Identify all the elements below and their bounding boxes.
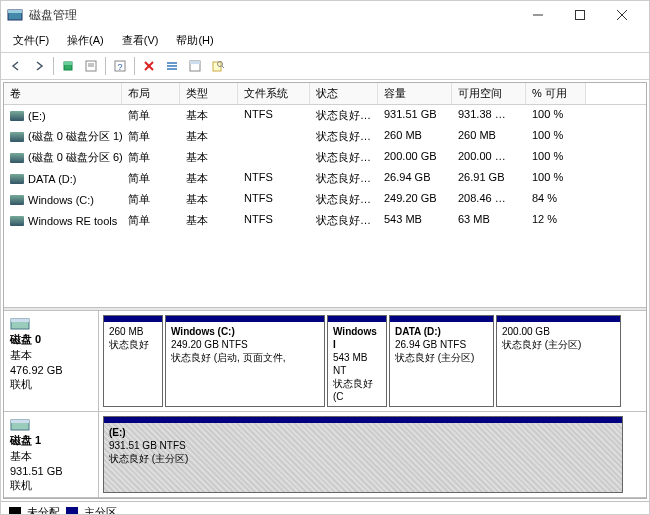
col-type[interactable]: 类型 [180,83,238,104]
volume-pct: 100 % [526,148,586,167]
col-status[interactable]: 状态 [310,83,378,104]
volume-free: 931.38 … [452,106,526,125]
volume-list[interactable]: 卷 布局 类型 文件系统 状态 容量 可用空间 % 可用 (E:)简单基本NTF… [4,83,646,307]
menu-help[interactable]: 帮助(H) [168,31,221,50]
volume-capacity: 200.00 GB [378,148,452,167]
partition-size: 200.00 GB [502,326,550,337]
menu-view[interactable]: 查看(V) [114,31,167,50]
disk-label[interactable]: 磁盘 0基本476.92 GB联机 [4,311,99,411]
volume-icon [10,195,24,205]
volume-fs [238,148,310,167]
col-capacity[interactable]: 容量 [378,83,452,104]
partition-status: 状态良好 (主分区) [502,339,581,350]
volume-layout: 简单 [122,169,180,188]
volume-status: 状态良好 (… [310,148,378,167]
volume-row[interactable]: Windows (C:)简单基本NTFS状态良好 (…249.20 GB208.… [4,189,646,210]
svg-rect-16 [167,65,177,67]
app-icon [7,7,23,23]
menu-action[interactable]: 操作(A) [59,31,112,50]
partition-info: (E:)931.51 GB NTFS状态良好 (主分区) [104,423,622,492]
disk-icon [10,416,30,432]
volume-type: 基本 [180,106,238,125]
volume-row[interactable]: (磁盘 0 磁盘分区 1)简单基本状态良好 (…260 MB260 MB100 … [4,126,646,147]
svg-line-22 [222,66,224,68]
list-view-button[interactable] [161,55,183,77]
volume-icon [10,111,24,121]
back-button[interactable] [5,55,27,77]
volume-pct: 84 % [526,190,586,209]
partition[interactable]: Windows I543 MB NT状态良好 (C [327,315,387,407]
menu-file[interactable]: 文件(F) [5,31,57,50]
legend-primary-label: 主分区 [84,505,117,515]
volume-icon [10,174,24,184]
disk-block[interactable]: 磁盘 0基本476.92 GB联机260 MB状态良好Windows (C:)2… [4,311,646,412]
forward-button[interactable] [28,55,50,77]
col-free[interactable]: 可用空间 [452,83,526,104]
disk-name: 磁盘 1 [10,433,92,448]
close-button[interactable] [601,1,643,29]
disk-label[interactable]: 磁盘 1基本931.51 GB联机 [4,412,99,497]
col-filesystem[interactable]: 文件系统 [238,83,310,104]
svg-rect-7 [64,62,72,65]
partition-size: 26.94 GB NTFS [395,339,466,350]
partition[interactable]: (E:)931.51 GB NTFS状态良好 (主分区) [103,416,623,493]
help-button[interactable]: ? [109,55,131,77]
volume-fs [238,127,310,146]
col-pct[interactable]: % 可用 [526,83,586,104]
partition[interactable]: DATA (D:)26.94 GB NTFS状态良好 (主分区) [389,315,494,407]
partition-status: 状态良好 (主分区) [109,453,188,464]
partition-size: 543 MB NT [333,352,367,376]
volume-type: 基本 [180,190,238,209]
list-header[interactable]: 卷 布局 类型 文件系统 状态 容量 可用空间 % 可用 [4,83,646,105]
svg-rect-1 [8,10,22,13]
disk-graphical-view[interactable]: 磁盘 0基本476.92 GB联机260 MB状态良好Windows (C:)2… [4,311,646,498]
disk-block[interactable]: 磁盘 1基本931.51 GB联机(E:)931.51 GB NTFS状态良好 … [4,412,646,498]
volume-row[interactable]: (E:)简单基本NTFS状态良好 (…931.51 GB931.38 …100 … [4,105,646,126]
volume-free: 26.91 GB [452,169,526,188]
legend-unallocated-label: 未分配 [27,505,60,515]
svg-rect-17 [167,68,177,70]
volume-row[interactable]: (磁盘 0 磁盘分区 6)简单基本状态良好 (…200.00 GB200.00 … [4,147,646,168]
detail-view-button[interactable] [184,55,206,77]
partition[interactable]: 260 MB状态良好 [103,315,163,407]
svg-rect-26 [11,420,29,423]
partition-info: 200.00 GB状态良好 (主分区) [497,322,620,406]
volume-status: 状态良好 (… [310,127,378,146]
volume-layout: 简单 [122,148,180,167]
volume-capacity: 931.51 GB [378,106,452,125]
volume-status: 状态良好 (… [310,190,378,209]
volume-row[interactable]: Windows RE tools简单基本NTFS状态良好 (…543 MB63 … [4,210,646,231]
col-layout[interactable]: 布局 [122,83,180,104]
volume-pct: 12 % [526,211,586,230]
maximize-button[interactable] [559,1,601,29]
volume-name: Windows RE tools [4,211,122,230]
volume-fs: NTFS [238,169,310,188]
partition[interactable]: 200.00 GB状态良好 (主分区) [496,315,621,407]
volume-pct: 100 % [526,169,586,188]
delete-button[interactable] [138,55,160,77]
volume-type: 基本 [180,169,238,188]
volume-name: Windows (C:) [4,190,122,209]
partition-status: 状态良好 (主分区) [395,352,474,363]
refresh-button[interactable] [57,55,79,77]
partition-info: 260 MB状态良好 [104,322,162,406]
svg-rect-3 [576,11,585,20]
volume-free: 208.46 … [452,190,526,209]
volume-name: (磁盘 0 磁盘分区 6) [4,148,122,167]
properties-button[interactable] [80,55,102,77]
volume-icon [10,216,24,226]
volume-layout: 简单 [122,190,180,209]
find-button[interactable] [207,55,229,77]
partition-info: Windows I543 MB NT状态良好 (C [328,322,386,406]
partition[interactable]: Windows (C:)249.20 GB NTFS状态良好 (启动, 页面文件… [165,315,325,407]
col-volume[interactable]: 卷 [4,83,122,104]
volume-fs: NTFS [238,106,310,125]
disk-type: 基本 [10,449,92,464]
partition-size: 260 MB [109,326,143,337]
partition-status: 状态良好 [109,339,149,350]
main-panel: 卷 布局 类型 文件系统 状态 容量 可用空间 % 可用 (E:)简单基本NTF… [3,82,647,499]
svg-rect-15 [167,62,177,64]
minimize-button[interactable] [517,1,559,29]
volume-row[interactable]: DATA (D:)简单基本NTFS状态良好 (…26.94 GB26.91 GB… [4,168,646,189]
legend: 未分配 主分区 [1,501,649,515]
